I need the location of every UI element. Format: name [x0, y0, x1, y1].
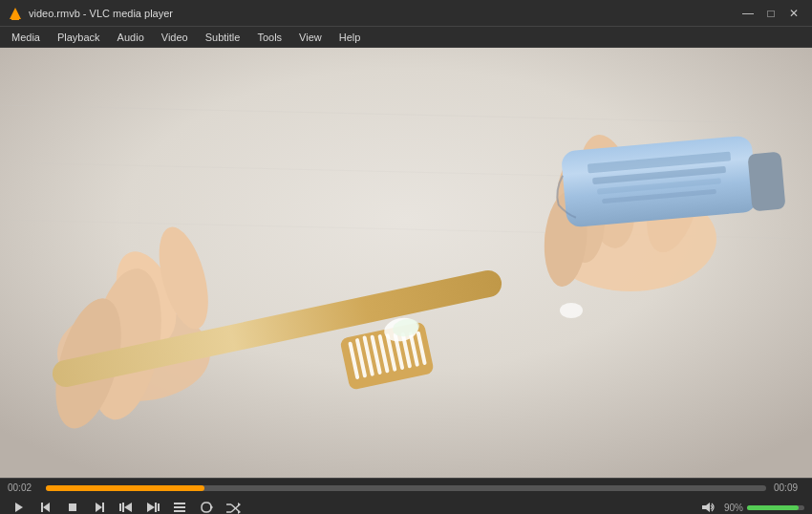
title-bar-controls: — □ ✕ [737, 4, 804, 23]
buttons-row: 90% [8, 497, 804, 514]
frame-back-icon [118, 501, 134, 514]
volume-fill [747, 505, 799, 510]
menu-item-subtitle[interactable]: Subtitle [198, 30, 248, 45]
svg-rect-42 [102, 503, 104, 512]
svg-marker-37 [15, 503, 23, 512]
time-current: 00:02 [8, 482, 38, 493]
maximize-button[interactable]: □ [760, 4, 781, 23]
menu-item-tools[interactable]: Tools [249, 30, 289, 45]
video-canvas [0, 48, 812, 478]
play-button[interactable] [8, 497, 31, 514]
svg-marker-38 [43, 503, 50, 512]
title-bar-left: video.rmvb - VLC media player [8, 6, 173, 21]
svg-rect-45 [122, 503, 124, 512]
progress-fill [46, 485, 204, 491]
menu-item-help[interactable]: Help [331, 30, 369, 45]
svg-rect-51 [174, 510, 185, 512]
loop-icon [200, 501, 213, 514]
random-button[interactable] [222, 497, 245, 514]
menu-bar: Media Playback Audio Video Subtitle Tool… [0, 27, 812, 48]
frame-fwd-icon [145, 501, 160, 514]
video-area [0, 48, 812, 478]
menu-item-playback[interactable]: Playback [50, 30, 108, 45]
svg-marker-44 [124, 503, 132, 512]
video-frame [0, 48, 812, 478]
svg-marker-46 [147, 503, 155, 512]
svg-point-36 [560, 303, 583, 318]
menu-item-audio[interactable]: Audio [110, 30, 152, 45]
svg-rect-31 [747, 152, 785, 212]
right-controls: 90% [697, 497, 804, 514]
loop-button[interactable] [195, 497, 218, 514]
svg-rect-50 [174, 506, 185, 508]
prev-icon [39, 501, 53, 514]
random-icon [225, 501, 241, 514]
svg-rect-47 [155, 503, 157, 512]
title-bar: video.rmvb - VLC media player — □ ✕ [0, 0, 812, 27]
frame-fwd-button[interactable] [141, 497, 164, 514]
svg-rect-1 [11, 19, 19, 20]
svg-rect-48 [158, 503, 160, 511]
menu-item-media[interactable]: Media [4, 30, 48, 45]
prev-button[interactable] [34, 497, 57, 514]
progress-row: 00:02 00:09 [8, 482, 804, 493]
time-total: 00:09 [774, 482, 804, 493]
svg-rect-49 [174, 503, 185, 504]
frame-back-button[interactable] [115, 497, 138, 514]
controls-bar: 00:02 00:09 [0, 478, 812, 514]
stop-button[interactable] [61, 497, 84, 514]
svg-rect-43 [119, 503, 121, 511]
progress-bar[interactable] [46, 485, 766, 491]
volume-icon [701, 501, 716, 514]
svg-rect-39 [41, 503, 43, 512]
volume-label: 90% [724, 503, 743, 513]
menu-item-video[interactable]: Video [154, 30, 196, 45]
svg-marker-59 [702, 503, 710, 512]
close-button[interactable]: ✕ [783, 4, 804, 23]
window-title: video.rmvb - VLC media player [29, 8, 173, 19]
svg-rect-40 [69, 503, 76, 511]
volume-bar[interactable] [747, 505, 804, 510]
left-controls [8, 497, 245, 514]
menu-item-view[interactable]: View [291, 30, 330, 45]
vlc-icon [8, 6, 23, 21]
play-icon [12, 501, 26, 514]
svg-marker-41 [96, 503, 102, 512]
next-icon [93, 501, 106, 514]
svg-marker-0 [10, 8, 21, 19]
next-button[interactable] [88, 497, 111, 514]
stop-icon [66, 501, 79, 514]
playlist-icon [173, 501, 186, 514]
minimize-button[interactable]: — [737, 4, 759, 23]
volume-button[interactable] [697, 497, 720, 514]
playlist-button[interactable] [168, 497, 191, 514]
